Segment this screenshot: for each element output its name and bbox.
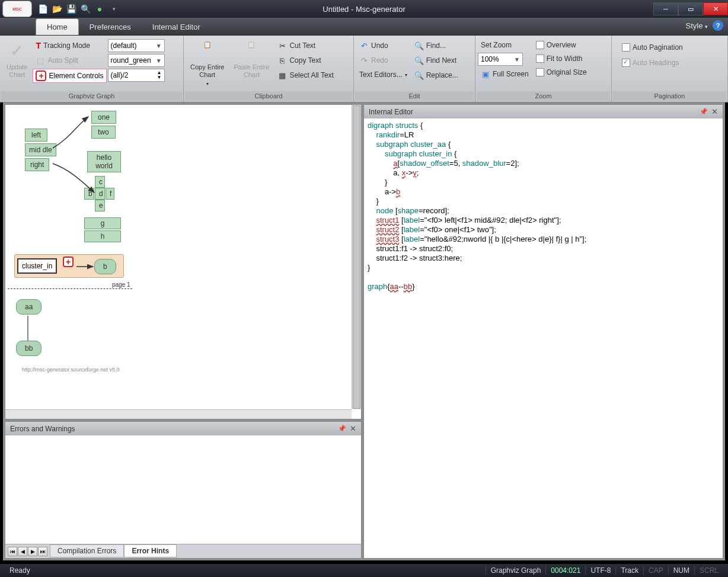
quick-access-toolbar: 📄 📂 💾 🔍 ● ▾ [37, 3, 120, 15]
minimize-button[interactable]: ─ [653, 2, 678, 15]
status-scrl: SCRL [694, 566, 723, 575]
errors-header: Errors and Warnings 📌 ✕ [5, 422, 361, 435]
auto-headings-checkbox[interactable]: Auto Headings [619, 57, 686, 69]
tracking-mode-button[interactable]: TTracking Mode [33, 39, 106, 52]
copy-entire-chart-button[interactable]: 📋 Copy Entire Chart▾ [186, 38, 228, 90]
style-combo[interactable]: round_green▼ [108, 54, 165, 67]
errors-pane: Errors and Warnings 📌 ✕ ⏮ ◀ ▶ ⏭ Compilat… [5, 421, 362, 559]
tab-compilation-errors[interactable]: Compilation Errors [50, 544, 124, 557]
set-zoom-label: Set Zoom [478, 39, 532, 51]
horizontal-scrollbar[interactable] [5, 409, 352, 419]
node-two: two [91, 126, 116, 139]
maximize-button[interactable]: ▭ [678, 2, 703, 15]
new-icon[interactable]: 📄 [37, 3, 49, 15]
save-icon[interactable]: 💾 [65, 3, 77, 15]
tracking-icon: T [36, 41, 41, 50]
style-dropdown[interactable]: Style ▾ [685, 21, 708, 30]
node-one: one [91, 111, 116, 124]
element-controls-button[interactable]: +Element Controls [33, 69, 106, 83]
node-bb: bb [16, 341, 41, 356]
select-all-icon: ▦ [277, 70, 287, 80]
page-label: page 1 [112, 281, 130, 288]
page-divider [8, 288, 132, 289]
page-spinner[interactable]: (all)/2▲▼ [108, 69, 165, 82]
redo-button[interactable]: ↷Redo [356, 54, 410, 67]
node-h: h [84, 230, 121, 242]
print-icon[interactable]: 🔍 [79, 3, 91, 15]
vertical-scrollbar[interactable] [352, 105, 361, 409]
status-cap: CAP [643, 566, 668, 575]
node-mid: mid dle [25, 143, 56, 156]
node-f: f [106, 188, 114, 200]
nav-next-button[interactable]: ▶ [28, 547, 37, 556]
footer-link: http://msc-generator.sourceforge.net v5.… [22, 367, 120, 373]
tab-preferences[interactable]: Preferences [79, 19, 142, 35]
group-label-clipboard: Clipboard [185, 91, 352, 101]
find-next-button[interactable]: 🔍Find Next [411, 54, 461, 67]
close-icon[interactable]: ✕ [711, 107, 718, 116]
undo-button[interactable]: ↶Undo [356, 39, 410, 52]
pin-icon[interactable]: 📌 [338, 425, 346, 432]
nav-first-button[interactable]: ⏮ [8, 547, 17, 556]
errors-body[interactable] [5, 435, 361, 544]
errors-tabs: ⏮ ◀ ▶ ⏭ Compilation Errors Error Hints [5, 544, 361, 558]
zoom-combo[interactable]: 100%▼ [478, 53, 523, 66]
close-icon[interactable]: ✕ [350, 424, 356, 433]
node-left: left [25, 129, 47, 142]
status-num: NUM [668, 566, 694, 575]
main-area: left mid dle right one two hello world b… [3, 102, 725, 560]
nav-prev-button[interactable]: ◀ [18, 547, 27, 556]
plus-icon[interactable]: + [63, 257, 74, 267]
node-hello-world: hello world [87, 151, 121, 172]
group-label-pagination: Pagination [613, 91, 726, 101]
status-track: Track [615, 566, 643, 575]
close-button[interactable]: ✕ [703, 2, 728, 15]
update-chart-button[interactable]: ✓ Update Chart [2, 38, 31, 82]
select-all-button[interactable]: ▦Select All Text [274, 69, 336, 82]
node-cluster-in: cluster_in [17, 258, 57, 274]
design-combo[interactable]: (default)▼ [108, 39, 165, 52]
status-graph: Graphviz Graph [486, 566, 546, 575]
replace-button[interactable]: 🔍Replace... [411, 69, 461, 82]
redo-icon: ↷ [359, 56, 369, 65]
checkbox-icon [536, 68, 544, 76]
replace-icon: 🔍 [414, 70, 424, 80]
overview-checkbox[interactable]: Overview [533, 39, 590, 51]
find-icon: 🔍 [414, 41, 424, 50]
node-g: g [84, 217, 121, 229]
spinner-icon: ▲▼ [157, 70, 162, 80]
ribbon-tabs: Home Preferences Internal Editor Style ▾… [0, 18, 728, 36]
full-screen-button[interactable]: ▣Full Screen [478, 68, 532, 81]
tab-home[interactable]: Home [36, 18, 79, 35]
refresh-icon[interactable]: ● [94, 3, 106, 15]
find-button[interactable]: 🔍Find... [411, 39, 461, 52]
original-size-checkbox[interactable]: Original Size [533, 66, 590, 78]
text-editors-button[interactable]: Text Editors... ▾ [356, 69, 410, 81]
group-label-graphviz: Graphviz Graph [1, 91, 182, 101]
open-icon[interactable]: 📂 [51, 3, 63, 15]
qat-dropdown-icon[interactable]: ▾ [108, 3, 120, 15]
status-encoding: UTF-8 [585, 566, 615, 575]
fit-width-checkbox[interactable]: Fit to Width [533, 53, 590, 65]
title-bar: MSC 📄 📂 💾 🔍 ● ▾ Untitled - Msc-generator… [0, 0, 728, 18]
checkbox-icon [536, 41, 544, 49]
paste-entire-chart-button[interactable]: 📋 Paste Entire Chart [229, 38, 273, 82]
help-icon[interactable]: ? [713, 20, 723, 31]
node-right: right [25, 158, 49, 171]
tab-internal-editor[interactable]: Internal Editor [142, 19, 211, 35]
copy-text-button[interactable]: ⎘Copy Text [274, 54, 336, 67]
status-position: 0004:021 [545, 566, 585, 575]
preview-pane[interactable]: left mid dle right one two hello world b… [5, 104, 362, 419]
pin-icon[interactable]: 📌 [700, 108, 708, 116]
auto-split-button[interactable]: ⬚Auto Split [33, 54, 106, 67]
window-title: Untitled - Msc-generator [323, 5, 405, 14]
auto-pagination-checkbox[interactable]: Auto Pagination [619, 41, 686, 53]
editor-body[interactable]: digraph structs { rankdir=LR subgraph cl… [364, 118, 723, 558]
ribbon: ✓ Update Chart TTracking Mode ⬚Auto Spli… [0, 36, 728, 102]
group-label-zoom: Zoom [477, 91, 610, 101]
checkbox-icon [622, 59, 630, 67]
cut-text-button[interactable]: ✂Cut Text [274, 39, 336, 52]
nav-last-button[interactable]: ⏭ [38, 547, 47, 556]
tab-error-hints[interactable]: Error Hints [124, 544, 177, 557]
checkmark-icon: ✓ [8, 41, 27, 60]
